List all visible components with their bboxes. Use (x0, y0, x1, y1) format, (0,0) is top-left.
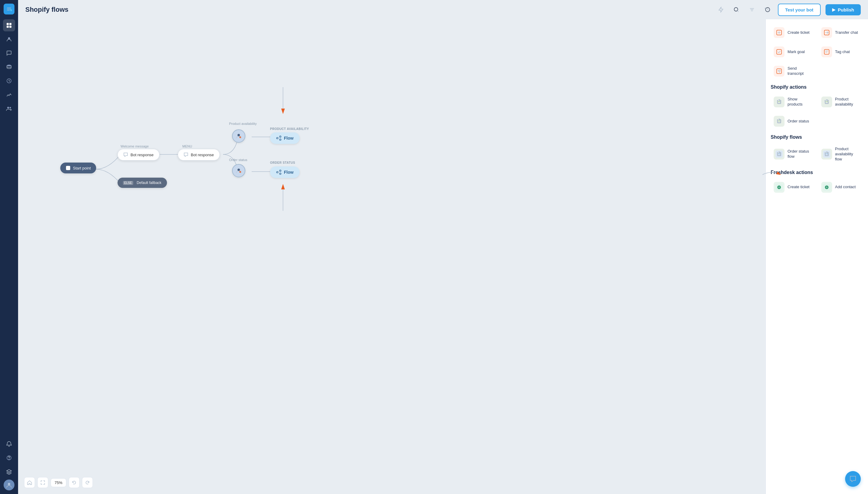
product-availability-icon (821, 96, 832, 107)
product-avail-flow-node[interactable]: Flow (270, 132, 300, 144)
svg-point-8 (7, 107, 9, 109)
show-products-icon (774, 96, 785, 107)
panel-item-create-ticket[interactable]: Create ticket (771, 24, 816, 41)
panel-item-product-availability[interactable]: Product availability (818, 94, 864, 110)
create-ticket-fd-icon (774, 182, 785, 193)
redo-button[interactable] (82, 477, 93, 488)
panel-item-mark-goal[interactable]: Mark goal (771, 43, 816, 60)
order-status-icon (774, 116, 785, 127)
header-icons: Test your bot ▶ Publish (715, 4, 861, 16)
sidebar-item-notifications[interactable] (3, 438, 15, 450)
svg-point-6 (7, 65, 11, 66)
send-transcript-label: Send transcript (788, 66, 813, 76)
order-status-section-label: Order status (229, 158, 248, 162)
svg-point-23 (280, 139, 281, 140)
svg-point-54 (778, 153, 779, 154)
sidebar-item-team[interactable] (3, 102, 15, 115)
mark-goal-label: Mark goal (788, 50, 805, 55)
panel-item-transfer-chat[interactable]: Transfer chat (818, 24, 864, 41)
sidebar (0, 0, 18, 494)
sidebar-item-nodes[interactable] (3, 19, 15, 31)
product-avail-flow-label: Product availability flow (835, 147, 861, 162)
svg-point-25 (239, 171, 241, 173)
svg-rect-41 (777, 69, 782, 74)
fit-view-button[interactable] (37, 477, 48, 488)
order-status-flow-node[interactable]: Flow (270, 167, 300, 178)
start-point-node[interactable]: Start point (60, 163, 96, 173)
svg-point-24 (237, 169, 240, 171)
home-button[interactable] (24, 477, 35, 488)
app-logo[interactable] (4, 4, 15, 15)
arrow-down-indicator (275, 86, 291, 117)
lightning-icon[interactable] (715, 4, 726, 15)
sidebar-item-clock[interactable] (3, 75, 15, 87)
add-contact-icon (821, 182, 832, 193)
sidebar-item-chat[interactable] (3, 47, 15, 59)
sidebar-item-contacts[interactable] (3, 33, 15, 45)
svg-point-57 (826, 153, 826, 154)
sidebar-item-analytics[interactable] (3, 89, 15, 101)
svg-point-44 (778, 101, 779, 102)
product-avail-flow-icon (821, 149, 832, 159)
panel-item-product-avail-flow[interactable]: Product availability flow (818, 144, 864, 165)
welcome-bot-response-node[interactable]: Bot response (118, 149, 159, 160)
svg-point-21 (277, 137, 278, 139)
menu-bot-response-node[interactable]: Bot response (178, 149, 220, 160)
svg-point-55 (780, 153, 780, 154)
svg-point-50 (778, 121, 779, 121)
order-status-label: Order status (788, 119, 809, 124)
svg-rect-18 (66, 166, 70, 170)
agent-actions-grid: Create ticket Transfer chat (771, 24, 863, 80)
product-avail-flow-section-label: PRODUCT AVAILABILITY (270, 127, 309, 131)
test-bot-button[interactable]: Test your bot (778, 4, 821, 16)
product-avail-person-node[interactable] (232, 129, 245, 142)
product-availability-label: Product availability (835, 97, 861, 107)
search-icon[interactable] (731, 4, 742, 15)
shopify-actions-title: Shopify actions (771, 84, 863, 90)
order-status-flow-section-label: ORDER STATUS (270, 161, 295, 164)
publish-button[interactable]: ▶ Publish (826, 4, 861, 15)
welcome-section-label: Welcome message (121, 145, 149, 148)
undo-button[interactable] (69, 477, 80, 488)
panel-item-order-status-flow[interactable]: Order status flow (771, 144, 816, 165)
product-avail-section-label: Product availability (229, 122, 257, 126)
sidebar-item-help[interactable] (3, 452, 15, 464)
panel-item-tag-chat[interactable]: Tag chat (818, 43, 864, 60)
panel-item-send-transcript[interactable]: Send transcript (771, 63, 816, 80)
order-status-flow-icon (774, 149, 785, 159)
svg-point-12 (8, 483, 10, 485)
flow-connections (18, 19, 766, 494)
main-content: Shopify flows (18, 0, 868, 494)
svg-point-48 (827, 101, 828, 102)
svg-rect-39 (824, 50, 829, 54)
order-status-flow-label: Order status flow (788, 149, 813, 159)
header: Shopify flows (18, 0, 868, 19)
show-products-label: Show products (788, 97, 813, 107)
svg-point-9 (9, 107, 11, 109)
fallback-node[interactable]: ELSE Default fallback (118, 178, 167, 188)
panel-item-order-status[interactable]: Order status (771, 113, 816, 130)
svg-rect-37 (777, 50, 782, 54)
shopify-actions-grid: Show products Product availability (771, 94, 863, 130)
chat-fab-button[interactable] (845, 471, 861, 487)
panel-item-add-contact[interactable]: Add contact (818, 179, 864, 196)
user-avatar[interactable] (4, 479, 15, 490)
filter-icon[interactable] (747, 4, 757, 15)
arrow-up-indicator (275, 182, 291, 213)
svg-point-27 (280, 170, 281, 172)
play-icon: ▶ (832, 7, 835, 12)
panel-item-show-products[interactable]: Show products (771, 94, 816, 110)
freshdesk-actions-title: Freshdesk actions (771, 170, 863, 175)
transfer-chat-icon (821, 27, 832, 38)
svg-point-22 (280, 136, 281, 137)
order-status-person-node[interactable] (232, 164, 245, 177)
sidebar-item-data[interactable] (3, 61, 15, 73)
bottom-toolbar: 75% (24, 477, 93, 488)
history-icon[interactable] (762, 4, 773, 15)
svg-point-11 (9, 459, 9, 460)
sidebar-item-learn[interactable] (3, 466, 15, 478)
svg-point-0 (10, 10, 12, 11)
flow-canvas[interactable]: Start point Welcome message Bot response… (18, 19, 766, 494)
svg-point-51 (780, 121, 780, 121)
svg-point-47 (826, 101, 826, 102)
